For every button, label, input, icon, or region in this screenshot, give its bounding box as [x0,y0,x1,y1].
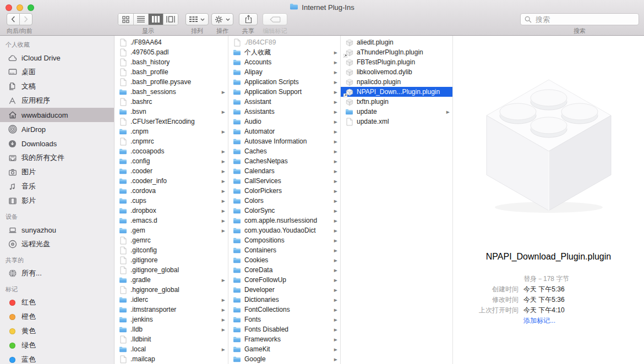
file-row[interactable]: 个人收藏▶ [228,47,340,57]
sidebar-item-文稿[interactable]: 文稿 [0,79,114,93]
file-row[interactable]: libkoolivemod.dylib [341,67,452,77]
share-button[interactable] [239,13,258,25]
file-row[interactable]: .gem▶ [114,225,228,235]
file-row[interactable]: Alipay▶ [228,67,340,77]
file-row[interactable]: Compositions▶ [228,235,340,245]
file-row[interactable]: ColorSync▶ [228,206,340,216]
file-row[interactable]: .gradle▶ [114,275,228,285]
add-tags-link[interactable]: 添加标记... [456,316,644,326]
file-row[interactable]: npalicdo.plugin [341,77,452,87]
file-row[interactable]: .gitignore [114,255,228,265]
file-row[interactable]: .bash_profile.pysave [114,77,228,87]
file-row[interactable]: .cocoapods▶ [114,146,228,156]
sidebar-item-橙色[interactable]: 橙色 [0,310,114,324]
file-row[interactable]: .gitignore_global [114,265,228,275]
file-row[interactable]: update▶ [341,107,452,117]
back-button[interactable] [7,13,20,25]
file-row[interactable]: .jenkins▶ [114,315,228,324]
file-row[interactable]: Application Support▶ [228,87,340,97]
file-row[interactable]: txftn.plugin [341,97,452,107]
sidebar-item-wwwbaiducom[interactable]: wwwbaiducom [0,108,114,122]
file-row[interactable]: FBTestPlugin.plugin [341,57,452,67]
file-row[interactable]: Caches▶ [228,146,340,156]
sidebar-item-icloud-drive[interactable]: iCloud Drive [0,51,114,65]
file-row[interactable]: Frameworks▶ [228,334,340,344]
file-row[interactable]: CoreData▶ [228,265,340,275]
file-row[interactable]: Autosave Information▶ [228,136,340,146]
file-row[interactable]: Application Scripts▶ [228,77,340,87]
forward-button[interactable] [19,13,32,25]
file-row[interactable]: .idlerc▶ [114,295,228,305]
sidebar-item-音乐[interactable]: 音乐 [0,179,114,194]
file-row[interactable]: .497605.padl [114,47,228,57]
file-row[interactable]: Accounts▶ [228,57,340,67]
action-button[interactable] [211,13,233,25]
file-row[interactable]: .cooder_info▶ [114,176,228,186]
file-row[interactable]: update.xml [341,117,452,126]
file-row[interactable]: ColorPickers▶ [228,186,340,196]
coverflow-view-button[interactable] [163,14,178,25]
sidebar-item-应用程序[interactable]: 应用程序 [0,93,114,108]
file-row[interactable]: .gitconfig [114,245,228,255]
sidebar-item-我的所有文件[interactable]: 我的所有文件 [0,151,114,165]
file-row[interactable]: ./F89AA64 [114,37,228,47]
file-row[interactable]: com.youdao.YoudaoDict▶ [228,225,340,235]
sidebar-item-远程光盘[interactable]: 远程光盘 [0,237,114,251]
file-row[interactable]: CachesNetpas▶ [228,156,340,166]
file-row[interactable]: Assistant▶ [228,97,340,107]
file-row[interactable]: .local▶ [114,344,228,354]
file-row[interactable]: .bsvn▶ [114,107,228,117]
file-row[interactable]: .config▶ [114,156,228,166]
file-row[interactable]: .dropbox▶ [114,206,228,216]
file-row[interactable]: Developer▶ [228,285,340,295]
icon-view-button[interactable] [118,14,133,25]
file-row[interactable]: .gemrc [114,235,228,245]
file-row[interactable]: aThunderPlugIn.plugin [341,47,452,57]
list-view-button[interactable] [133,14,148,25]
sidebar-item-影片[interactable]: 影片 [0,194,114,208]
file-row[interactable]: .mailcap [114,354,228,364]
file-row[interactable]: CallServices▶ [228,176,340,186]
column-view-button[interactable] [148,14,163,25]
sidebar-item-图片[interactable]: 图片 [0,165,114,179]
file-row[interactable]: .cnpm▶ [114,126,228,136]
file-row[interactable]: .bash_history [114,57,228,67]
sidebar-item-蓝色[interactable]: 蓝色 [0,352,114,364]
file-row[interactable]: Audio▶ [228,117,340,126]
sidebar-item-桌面[interactable]: 桌面 [0,65,114,79]
file-row[interactable]: Fonts▶ [228,315,340,324]
file-row[interactable]: NPAPI_Down...Plugin.plugin [341,87,452,97]
file-row[interactable]: .CFUserTextEncoding [114,117,228,126]
file-row[interactable]: FontCollections▶ [228,305,340,315]
file-row[interactable]: .bashrc [114,97,228,107]
file-row[interactable]: com.apple.nsurlsessiond▶ [228,216,340,225]
file-row[interactable]: .lldbinit [114,334,228,344]
file-row[interactable]: aliedit.plugin [341,37,452,47]
file-row[interactable]: Calendars▶ [228,166,340,176]
sidebar-item-airdrop[interactable]: AirDrop [0,122,114,136]
file-row[interactable]: Assistants▶ [228,107,340,117]
arrange-button[interactable] [185,13,209,25]
sidebar-item-所有[interactable]: 所有... [0,266,114,280]
file-row[interactable]: Fonts Disabled▶ [228,324,340,334]
file-row[interactable]: GameKit▶ [228,344,340,354]
file-row[interactable]: .cooder▶ [114,166,228,176]
file-row[interactable]: Cookies▶ [228,255,340,265]
file-row[interactable]: ./B64CF89 [228,37,340,47]
sidebar-item-sunyazhou[interactable]: sunyazhou [0,223,114,237]
file-row[interactable]: Automator▶ [228,126,340,136]
sidebar-item-downloads[interactable]: Downloads [0,136,114,151]
edit-tags-button[interactable] [263,13,287,25]
file-row[interactable]: .bash_profile [114,67,228,77]
file-row[interactable]: .cnpmrc [114,136,228,146]
file-row[interactable]: Colors▶ [228,196,340,206]
sidebar-item-红色[interactable]: 红色 [0,295,114,310]
sidebar-item-黄色[interactable]: 黄色 [0,324,114,338]
file-row[interactable]: .cups▶ [114,196,228,206]
file-row[interactable]: Google▶ [228,354,340,364]
file-row[interactable]: Dictionaries▶ [228,295,340,305]
file-row[interactable]: .itmstransporter▶ [114,305,228,315]
sidebar-item-绿色[interactable]: 绿色 [0,338,114,352]
file-row[interactable]: .lldb▶ [114,324,228,334]
search-input[interactable] [520,13,639,25]
